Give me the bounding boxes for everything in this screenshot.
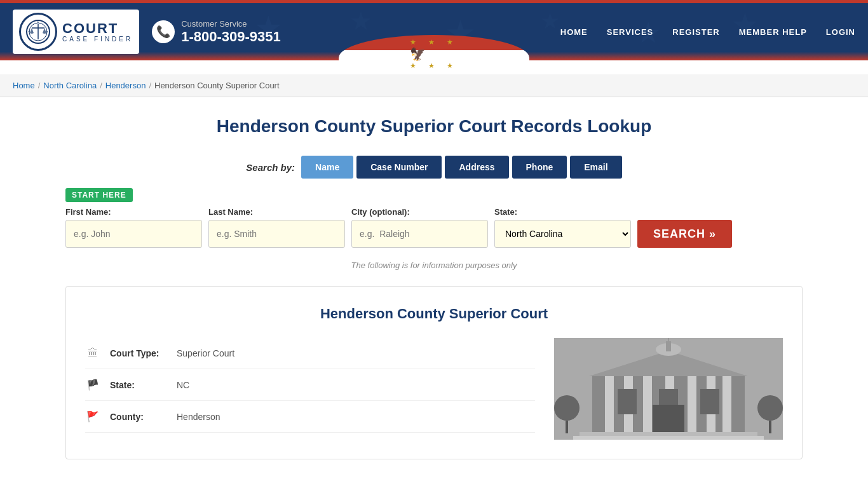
- tab-address[interactable]: Address: [445, 156, 508, 179]
- sep2: /: [100, 81, 102, 90]
- svg-rect-28: [666, 341, 671, 351]
- first-name-group: First Name:: [65, 207, 202, 248]
- breadcrumb-henderson[interactable]: Henderson: [105, 81, 146, 90]
- logo-title: COURT: [62, 22, 133, 36]
- city-label: City (optional):: [351, 207, 488, 217]
- courthouse-image: [554, 338, 783, 440]
- page-title: Henderson County Superior Court Records …: [65, 116, 803, 137]
- search-form: First Name: Last Name: City (optional): …: [65, 207, 803, 248]
- search-by-row: Search by: Name Case Number Address Phon…: [65, 156, 803, 179]
- state-detail-label: State:: [110, 380, 167, 390]
- logo-circle: ★ ★ ★: [19, 13, 57, 51]
- nav-login[interactable]: LOGIN: [826, 27, 855, 37]
- svg-rect-14: [688, 376, 696, 433]
- tab-email[interactable]: Email: [570, 156, 621, 179]
- logo[interactable]: ★ ★ ★ COURT CASE FINDER: [13, 10, 139, 54]
- building-icon: 🏛: [85, 348, 100, 359]
- last-name-group: Last Name:: [208, 207, 345, 248]
- nav-register[interactable]: REGISTER: [672, 27, 719, 37]
- svg-point-25: [757, 395, 783, 421]
- last-name-label: Last Name:: [208, 207, 345, 217]
- tab-case-number[interactable]: Case Number: [356, 156, 442, 179]
- county-detail-value: Henderson: [177, 412, 220, 422]
- svg-rect-19: [700, 389, 719, 414]
- logo-subtitle: CASE FINDER: [62, 36, 133, 43]
- court-detail-type: 🏛 Court Type: Superior Court: [85, 338, 535, 369]
- flag-icon: 🏴: [85, 379, 100, 391]
- breadcrumb-nc[interactable]: North Carolina: [43, 81, 97, 90]
- breadcrumb: Home / North Carolina / Henderson / Hend…: [13, 81, 855, 90]
- main-nav: HOME SERVICES REGISTER MEMBER HELP LOGIN: [560, 27, 855, 37]
- cs-label: Customer Service: [181, 19, 281, 29]
- svg-text:★: ★: [46, 30, 48, 33]
- info-note: The following is for information purpose…: [65, 261, 803, 270]
- svg-rect-22: [573, 436, 764, 440]
- svg-rect-16: [722, 376, 731, 433]
- court-type-label: Court Type:: [110, 348, 167, 358]
- eagle-decoration: ★ ★ ★ 🦅 ★ ★ ★: [339, 35, 529, 73]
- breadcrumb-current: Henderson County Superior Court: [154, 81, 280, 90]
- search-by-label: Search by:: [246, 162, 295, 173]
- svg-rect-26: [769, 421, 771, 433]
- tab-phone[interactable]: Phone: [512, 156, 567, 179]
- start-here-badge: START HERE: [65, 188, 133, 202]
- header-left: ★ ★ ★ COURT CASE FINDER 📞 Customer Servi…: [13, 10, 281, 54]
- svg-rect-24: [566, 421, 568, 433]
- cs-phone: 1-800-309-9351: [181, 29, 281, 45]
- nav-services[interactable]: SERVICES: [607, 27, 654, 37]
- svg-point-23: [554, 395, 580, 421]
- city-group: City (optional):: [351, 207, 488, 248]
- svg-text:★: ★: [28, 30, 31, 33]
- state-group: State: North Carolina Alabama Alaska Ari…: [494, 207, 631, 248]
- map-icon: 🚩: [85, 410, 100, 423]
- court-section-title: Henderson County Superior Court: [85, 306, 783, 322]
- svg-rect-20: [653, 405, 684, 433]
- court-type-value: Superior Court: [177, 348, 234, 358]
- site-header: ★ ★ ★ ★ ★ ★ ★ ★ ★: [0, 3, 868, 60]
- breadcrumb-bar: Home / North Carolina / Henderson / Hend…: [0, 74, 868, 97]
- nav-home[interactable]: HOME: [560, 27, 588, 37]
- svg-text:★: ★: [37, 20, 39, 24]
- court-section: Henderson County Superior Court 🏛 Court …: [65, 286, 803, 459]
- city-input[interactable]: [351, 220, 488, 248]
- breadcrumb-home[interactable]: Home: [13, 81, 35, 90]
- sep3: /: [149, 81, 151, 90]
- phone-icon: 📞: [152, 20, 175, 43]
- first-name-input[interactable]: [65, 220, 202, 248]
- county-detail-label: County:: [110, 412, 167, 422]
- court-detail-state: 🏴 State: NC: [85, 369, 535, 401]
- state-select[interactable]: North Carolina Alabama Alaska Arizona Ca…: [494, 220, 631, 248]
- svg-rect-17: [618, 389, 637, 414]
- court-details-wrapper: 🏛 Court Type: Superior Court 🏴 State: NC…: [85, 338, 783, 440]
- tab-name[interactable]: Name: [301, 156, 353, 179]
- court-details: 🏛 Court Type: Superior Court 🏴 State: NC…: [85, 338, 535, 440]
- search-button[interactable]: SEARCH »: [637, 220, 732, 248]
- main-content: Henderson County Superior Court Records …: [53, 97, 815, 478]
- state-label: State:: [494, 207, 631, 217]
- last-name-input[interactable]: [208, 220, 345, 248]
- customer-service: 📞 Customer Service 1-800-309-9351: [152, 19, 281, 45]
- nav-member-help[interactable]: MEMBER HELP: [739, 27, 807, 37]
- sep1: /: [38, 81, 41, 90]
- first-name-label: First Name:: [65, 207, 202, 217]
- svg-rect-12: [643, 376, 652, 433]
- court-detail-county: 🚩 County: Henderson: [85, 401, 535, 433]
- state-detail-value: NC: [177, 380, 189, 390]
- svg-rect-10: [605, 376, 614, 433]
